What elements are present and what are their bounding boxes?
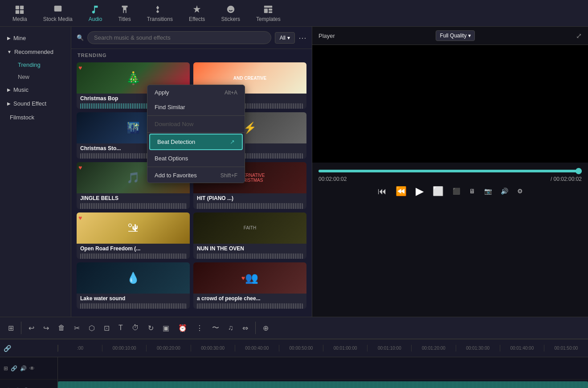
track-thumbnail: 💧 — [77, 262, 190, 294]
sidebar-section-recommended[interactable]: ▼ Recommended — [0, 45, 71, 59]
progress-fill — [318, 170, 582, 172]
sidebar-section-filmstock[interactable]: Filmstock — [0, 110, 71, 124]
tool-timer[interactable]: ⏱ — [128, 321, 143, 335]
tool-delete[interactable]: 🗑 — [54, 321, 69, 335]
volume-button[interactable]: 🔊 — [501, 188, 508, 195]
sidebar-section-mine[interactable]: ▶ Mine — [0, 31, 71, 45]
video-track-label: ⊞ 🔗 🔊 👁 — [0, 357, 58, 379]
audio-track-content[interactable]: 🎵 Christmas Bop ♪ 🎧 — [58, 380, 588, 388]
track-card-lake[interactable]: 💧 Lake water sound 01:20 — [77, 262, 190, 309]
svg-point-5 — [227, 5, 234, 13]
chevron-right-icon: ▶ — [7, 36, 11, 41]
tool-frame[interactable]: ▣ — [159, 321, 173, 335]
svg-rect-3 — [20, 10, 24, 13]
tool-scroll[interactable]: ⇔ — [239, 321, 252, 335]
tool-crop[interactable]: ⊡ — [100, 321, 113, 335]
tool-tag[interactable]: ⬡ — [85, 321, 98, 335]
quality-select[interactable]: Full Quality ▾ — [436, 30, 475, 41]
track-card-nun[interactable]: FAITH NUN IN THE OVEN 02:40 ⬇ — [193, 212, 306, 259]
sidebar-item-new[interactable]: New — [12, 71, 71, 83]
link-track-icon: 🔗 — [11, 365, 17, 372]
nav-stickers[interactable]: Stickers — [213, 1, 248, 26]
ruler-tick: 00:00:40:00 — [235, 345, 279, 351]
monitor-button[interactable]: 🖥 — [469, 188, 475, 195]
context-menu-overlay: Apply Alt+A Find Similar Download Now Be… — [147, 85, 245, 183]
crop-button[interactable]: ⬛ — [453, 188, 460, 195]
track-name: NUN IN THE OVEN — [197, 245, 303, 252]
ruler-tick: 00:00:50:00 — [279, 345, 323, 351]
tool-audio-wave[interactable]: 〜 — [208, 321, 223, 335]
more-options-button[interactable]: ⋯ — [298, 33, 306, 43]
audio-clip[interactable]: 🎵 Christmas Bop ♪ 🎧 — [58, 381, 588, 388]
rewind-button[interactable]: ⏮ — [378, 186, 387, 196]
track-thumbnail: 🏜 — [77, 212, 190, 244]
track-card-open-road[interactable]: ♥ 🏜 Open Road Freedom (... 02:15 — [77, 212, 190, 259]
audio-waveform — [58, 381, 588, 388]
sidebar-item-trending[interactable]: Trending — [12, 59, 71, 71]
volume-track-icon[interactable]: 🔊 — [20, 365, 27, 372]
progress-bar[interactable] — [318, 170, 582, 172]
settings-button[interactable]: ⚙ — [517, 188, 523, 195]
expand-icon[interactable]: ⤢ — [576, 32, 582, 40]
heart-icon: ♥ — [78, 164, 82, 171]
tool-audio-edit[interactable]: ♫ — [225, 321, 237, 335]
step-back-button[interactable]: ⏪ — [396, 186, 407, 196]
tool-rotate[interactable]: ↻ — [144, 321, 157, 335]
search-filter-dropdown[interactable]: All ▾ — [275, 32, 295, 44]
total-time: / 00:02:00:02 — [551, 176, 582, 182]
context-menu: Apply Alt+A Find Similar Download Now Be… — [147, 85, 245, 183]
nav-stock-media[interactable]: Stock Media — [35, 1, 81, 26]
sidebar-section-music[interactable]: ▶ Music — [0, 83, 71, 97]
video-track-row: ⊞ 🔗 🔊 👁 — [0, 357, 588, 380]
video-track-content[interactable] — [58, 357, 588, 379]
track-name: Lake water sound — [80, 295, 186, 302]
context-menu-beat-options[interactable]: Beat Options — [147, 151, 245, 166]
chevron-down-icon: ▼ — [7, 49, 12, 54]
tool-undo[interactable]: ↩ — [25, 321, 38, 335]
tool-zoom-fit[interactable]: ⊕ — [259, 321, 272, 335]
nav-effects[interactable]: Effects — [181, 1, 213, 26]
player-panel: Player Full Quality ▾ ⤢ 00:02:00:02 / 00… — [312, 27, 588, 317]
tool-multiview[interactable]: ⊞ — [4, 321, 17, 335]
audio-track-row: 🎵 🔗 🔊 🎵 Christmas Bop ♪ 🎧 — [0, 380, 588, 388]
ruler-tick: :00 — [58, 345, 102, 351]
ruler-tick: 00:01:30:00 — [456, 345, 500, 351]
track-card-crowd[interactable]: ♥ 👥 a crowd of people chee... 01:10 — [193, 262, 306, 309]
nav-templates[interactable]: Templates — [248, 1, 289, 26]
sidebar-section-sound-effect[interactable]: ▶ Sound Effect — [0, 97, 71, 110]
chevron-down-icon: ▾ — [468, 33, 471, 39]
ruler-tick: 00:00:20:00 — [146, 345, 190, 351]
nav-audio[interactable]: Audio — [81, 1, 110, 26]
nav-titles[interactable]: Titles — [110, 1, 139, 26]
context-menu-separator-3 — [147, 167, 245, 167]
context-menu-apply[interactable]: Apply Alt+A — [147, 85, 245, 100]
context-menu-beat-detection[interactable]: Beat Detection ↗ — [149, 134, 243, 150]
track-thumbnail: ♥ 👥 — [193, 262, 306, 294]
context-menu-find-similar[interactable]: Find Similar — [147, 100, 245, 114]
time-display: 00:02:00:02 / 00:02:00:02 — [318, 176, 582, 182]
eye-track-icon[interactable]: 👁 — [29, 365, 35, 372]
tool-cut[interactable]: ✂ — [70, 321, 83, 335]
player-header: Player Full Quality ▾ ⤢ — [312, 27, 588, 45]
track-info: NUN IN THE OVEN 02:40 ⬇ — [193, 244, 306, 259]
tool-split[interactable]: ⋮ — [192, 321, 207, 335]
ruler-tick: 00:00:10:00 — [102, 345, 146, 351]
search-icon: 🔍 — [77, 34, 84, 41]
waveform — [80, 303, 186, 309]
tool-text[interactable]: T — [115, 321, 127, 335]
camera-button[interactable]: 📷 — [484, 188, 492, 195]
progress-thumb[interactable] — [576, 168, 582, 174]
context-menu-add-favorites[interactable]: Add to Favorites Shift+F — [147, 168, 245, 183]
timeline-ruler: :00 00:00:10:00 00:00:20:00 00:00:30:00 … — [58, 345, 588, 351]
tool-clock[interactable]: ⏰ — [175, 321, 191, 335]
ruler-tick: 00:01:20:00 — [411, 345, 455, 351]
nav-transitions[interactable]: Transitions — [139, 1, 181, 26]
nav-media[interactable]: Media — [4, 1, 35, 26]
search-input[interactable] — [87, 31, 271, 44]
play-button[interactable]: ▶ — [416, 185, 424, 197]
loop-button[interactable]: ⬜ — [433, 186, 444, 196]
context-menu-separator-2 — [147, 132, 245, 133]
tool-redo[interactable]: ↪ — [40, 321, 53, 335]
track-info: a crowd of people chee... 01:10 — [193, 294, 306, 309]
waveform — [197, 303, 303, 309]
